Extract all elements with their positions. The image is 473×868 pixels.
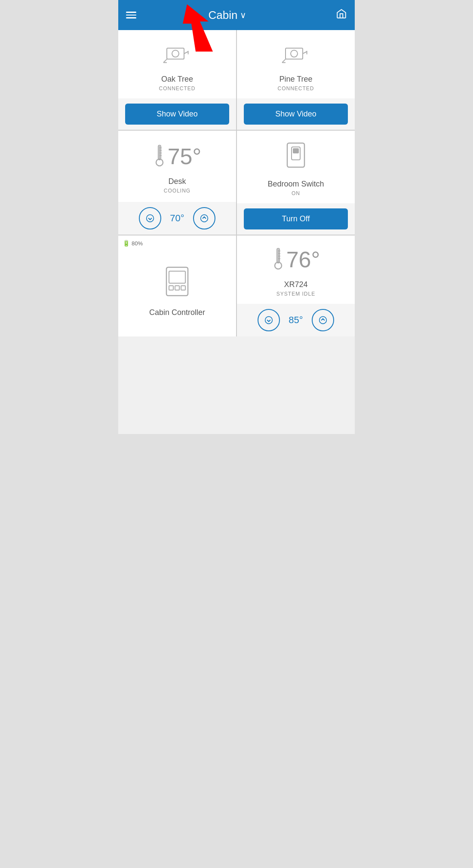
pine-tree-show-video-button[interactable]: Show Video bbox=[244, 104, 348, 125]
thermometer-icon-xr bbox=[272, 246, 285, 273]
cabin-controller-card: 🔋 80% Cabin Controller bbox=[118, 235, 236, 336]
svg-line-4 bbox=[163, 59, 167, 63]
battery-icon: 🔋 bbox=[123, 240, 130, 247]
svg-rect-29 bbox=[175, 286, 179, 290]
xr724-footer: 85° bbox=[237, 304, 355, 336]
location-name: Cabin bbox=[209, 9, 238, 22]
xr724-name: XR724 bbox=[284, 280, 307, 289]
camera-icon bbox=[279, 40, 313, 68]
desk-setpoint: 70° bbox=[170, 213, 184, 224]
menu-button[interactable] bbox=[126, 12, 136, 18]
oak-tree-show-video-button[interactable]: Show Video bbox=[125, 104, 229, 125]
svg-line-6 bbox=[184, 52, 188, 54]
oak-tree-body: Oak Tree CONNECTED bbox=[118, 30, 236, 98]
pine-tree-body: Pine Tree CONNECTED bbox=[237, 30, 355, 98]
desk-footer: 70° bbox=[118, 202, 236, 235]
svg-point-39 bbox=[319, 317, 326, 324]
header: Cabin ∨ bbox=[118, 0, 355, 30]
bedroom-switch-status: ON bbox=[292, 190, 300, 196]
xr724-card: 76° XR724 SYSTEM IDLE 85° bbox=[237, 235, 355, 336]
light-switch-icon bbox=[284, 141, 308, 173]
pine-tree-status: CONNECTED bbox=[277, 86, 314, 92]
pine-tree-footer: Show Video bbox=[237, 98, 355, 130]
desk-body: 75° Desk COOLING bbox=[118, 131, 236, 202]
svg-point-22 bbox=[200, 215, 208, 222]
bedroom-switch-name: Bedroom Switch bbox=[267, 180, 324, 189]
oak-tree-name: Oak Tree bbox=[161, 75, 193, 84]
svg-rect-28 bbox=[169, 286, 173, 290]
chevron-down-icon: ∨ bbox=[240, 10, 246, 20]
battery-percentage: 80% bbox=[132, 240, 143, 247]
xr724-current-temp: 76° bbox=[286, 247, 320, 272]
pine-tree-name: Pine Tree bbox=[279, 75, 312, 84]
desk-thermostat-card: 75° Desk COOLING 70° bbox=[118, 131, 236, 235]
desk-temp-down-button[interactable] bbox=[139, 207, 161, 229]
xr724-temp-up-button[interactable] bbox=[312, 309, 334, 331]
device-grid: Oak Tree CONNECTED Show Video bbox=[118, 30, 355, 336]
cabin-controller-body: Cabin Controller bbox=[118, 235, 236, 336]
oak-tree-footer: Show Video bbox=[118, 98, 236, 130]
battery-indicator: 🔋 80% bbox=[123, 240, 143, 247]
controller-device-icon bbox=[162, 265, 192, 301]
phone-container: Cabin ∨ bbox=[118, 0, 355, 434]
svg-rect-27 bbox=[169, 271, 185, 283]
home-button[interactable] bbox=[336, 8, 347, 22]
desk-temp-up-button[interactable] bbox=[193, 207, 215, 229]
bedroom-switch-card: Bedroom Switch ON Turn Off bbox=[237, 131, 355, 235]
oak-tree-card: Oak Tree CONNECTED Show Video bbox=[118, 30, 236, 130]
bedroom-switch-body: Bedroom Switch ON bbox=[237, 131, 355, 203]
pine-tree-card: Pine Tree CONNECTED Show Video bbox=[237, 30, 355, 130]
camera-icon bbox=[160, 40, 194, 68]
xr724-setpoint: 85° bbox=[289, 315, 303, 326]
svg-point-3 bbox=[172, 50, 179, 57]
desk-status: COOLING bbox=[164, 188, 190, 194]
xr724-temp-down-button[interactable] bbox=[258, 309, 280, 331]
svg-rect-25 bbox=[293, 148, 299, 153]
desk-temp-display: 75° bbox=[153, 143, 202, 170]
svg-rect-30 bbox=[181, 286, 185, 290]
cabin-controller-name: Cabin Controller bbox=[149, 308, 205, 317]
oak-tree-status: CONNECTED bbox=[159, 86, 195, 92]
thermometer-icon bbox=[153, 143, 166, 170]
svg-line-12 bbox=[303, 52, 307, 54]
bedroom-switch-footer: Turn Off bbox=[237, 203, 355, 235]
xr724-controls: 85° bbox=[258, 309, 334, 331]
xr724-temp-display: 76° bbox=[272, 246, 320, 273]
xr724-status: SYSTEM IDLE bbox=[276, 291, 315, 297]
svg-point-9 bbox=[291, 50, 298, 57]
svg-point-38 bbox=[265, 317, 273, 324]
desk-name: Desk bbox=[168, 177, 186, 186]
svg-point-21 bbox=[147, 215, 154, 222]
svg-line-10 bbox=[282, 59, 286, 63]
bedroom-switch-turn-off-button[interactable]: Turn Off bbox=[244, 208, 348, 229]
location-title[interactable]: Cabin ∨ bbox=[209, 9, 247, 22]
desk-temp-controls: 70° bbox=[139, 207, 215, 229]
desk-current-temp: 75° bbox=[168, 144, 202, 169]
xr724-body: 76° XR724 SYSTEM IDLE bbox=[237, 235, 355, 304]
